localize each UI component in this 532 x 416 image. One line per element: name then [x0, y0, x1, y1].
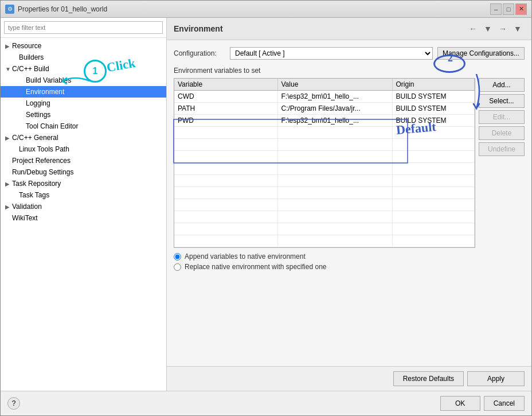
- cell-origin: BUILD SYSTEM: [392, 103, 475, 115]
- table-row-empty: [174, 235, 475, 247]
- table-row-empty: [174, 175, 475, 187]
- expand-arrow: ▼: [5, 66, 12, 72]
- tree-area: ▶ Resource Builders ▼ C/C++ Build Build …: [1, 38, 166, 391]
- search-input[interactable]: [4, 21, 163, 34]
- sidebar-item-tool-chain-editor[interactable]: Tool Chain Editor: [1, 120, 166, 132]
- main-content: ▶ Resource Builders ▼ C/C++ Build Build …: [1, 18, 531, 391]
- nav-buttons: ← ▼ → ▼: [466, 22, 525, 35]
- cell-variable: PATH: [174, 103, 277, 115]
- radio-append-label[interactable]: Append variables to native environment: [185, 252, 306, 261]
- forward-dropdown[interactable]: ▼: [511, 22, 525, 35]
- sidebar-item-resource[interactable]: ▶ Resource: [1, 40, 166, 52]
- sidebar-item-wikitext[interactable]: WikiText: [1, 212, 166, 224]
- sidebar-item-validation[interactable]: ▶ Validation: [1, 201, 166, 212]
- env-and-buttons: Variable Value Origin CWD F:\esp32_bm\01…: [174, 78, 525, 248]
- table-row-empty: [174, 151, 475, 163]
- sidebar-item-builders[interactable]: Builders: [1, 52, 166, 63]
- sidebar-item-label: Builders: [19, 53, 166, 61]
- help-button[interactable]: ?: [7, 397, 20, 410]
- maximize-button[interactable]: □: [503, 3, 514, 15]
- back-dropdown[interactable]: ▼: [481, 22, 495, 35]
- sidebar-item-logging[interactable]: Logging: [1, 98, 166, 109]
- col-header-value: Value: [277, 79, 392, 91]
- sidebar-item-build-variables[interactable]: Build Variables: [1, 75, 166, 86]
- sidebar-item-environment[interactable]: Environment: [1, 86, 166, 98]
- sidebar-item-label: Task Repository: [12, 180, 166, 188]
- forward-button[interactable]: →: [496, 22, 510, 35]
- sidebar: ▶ Resource Builders ▼ C/C++ Build Build …: [1, 18, 167, 391]
- radio-replace-label[interactable]: Replace native environment with specifie…: [185, 263, 326, 271]
- expand-arrow: ▶: [5, 135, 12, 141]
- table-row-empty: [174, 199, 475, 211]
- config-select[interactable]: Default [ Active ]: [230, 47, 433, 60]
- table-row[interactable]: CWD F:\esp32_bm\01_hello_... BUILD SYSTE…: [174, 91, 475, 103]
- sidebar-item-linux-tools-path[interactable]: Linux Tools Path: [1, 143, 166, 155]
- col-header-origin: Origin: [392, 79, 475, 91]
- col-header-variable: Variable: [174, 79, 277, 91]
- close-button[interactable]: ✕: [515, 3, 527, 15]
- cell-origin: BUILD SYSTEM: [392, 115, 475, 127]
- expand-arrow: ▶: [5, 181, 12, 187]
- panel-body: Configuration: Default [ Active ] Manage…: [167, 40, 531, 366]
- table-row-empty: [174, 139, 475, 151]
- right-panel: Environment ← ▼ → ▼ Configuration: Defau…: [167, 18, 531, 391]
- radio-row-2: Replace native environment with specifie…: [174, 263, 525, 271]
- ok-button[interactable]: OK: [440, 396, 480, 411]
- sidebar-item-run-debug-settings[interactable]: Run/Debug Settings: [1, 166, 166, 178]
- select-button[interactable]: Select...: [479, 94, 525, 108]
- sidebar-item-label: Run/Debug Settings: [12, 168, 166, 176]
- window-controls: – □ ✕: [490, 3, 527, 15]
- radio-append[interactable]: [174, 253, 181, 261]
- sidebar-item-label: Validation: [12, 203, 166, 211]
- sidebar-item-label: Logging: [26, 99, 166, 107]
- table-row-empty: [174, 127, 475, 139]
- edit-button[interactable]: Edit...: [479, 110, 525, 124]
- add-button[interactable]: Add...: [479, 78, 525, 92]
- sidebar-item-project-references[interactable]: Project References: [1, 155, 166, 166]
- sidebar-item-task-repository[interactable]: ▶ Task Repository: [1, 178, 166, 189]
- window-title: Properties for 01_hello_world: [18, 5, 107, 13]
- sidebar-item-label: C/C++ General: [12, 134, 166, 142]
- table-row[interactable]: PWD F:\esp32_bm\01_hello_... BUILD SYSTE…: [174, 115, 475, 127]
- undefine-button[interactable]: Undefine: [479, 142, 525, 156]
- sidebar-item-label: Project References: [12, 157, 166, 165]
- env-section-label: Environment variables to set: [174, 67, 525, 75]
- env-table: Variable Value Origin CWD F:\esp32_bm\01…: [174, 79, 475, 247]
- env-table-container: Variable Value Origin CWD F:\esp32_bm\01…: [174, 78, 475, 248]
- sidebar-item-label: Task Tags: [19, 191, 166, 199]
- table-row-empty: [174, 211, 475, 223]
- minimize-button[interactable]: –: [490, 3, 502, 15]
- cell-value: F:\esp32_bm\01_hello_...: [277, 115, 392, 127]
- expand-arrow: ▶: [5, 43, 12, 49]
- back-button[interactable]: ←: [466, 22, 480, 35]
- sidebar-item-label: Settings: [26, 111, 166, 119]
- table-row-empty: [174, 223, 475, 235]
- apply-button[interactable]: Apply: [467, 371, 525, 386]
- table-row-empty: [174, 187, 475, 199]
- table-action-buttons: Add... Select... Edit... Delete Undefine: [475, 78, 525, 248]
- sidebar-item-ccpp-general[interactable]: ▶ C/C++ General: [1, 132, 166, 143]
- cell-value: F:\esp32_bm\01_hello_...: [277, 91, 392, 103]
- table-row[interactable]: PATH C:/Program Files/Java/jr... BUILD S…: [174, 103, 475, 115]
- radio-row-1: Append variables to native environment: [174, 252, 525, 261]
- app-icon: ⚙: [5, 5, 14, 14]
- panel-title: Environment: [174, 24, 223, 33]
- dialog-footer-buttons: OK Cancel: [440, 396, 525, 411]
- sidebar-item-settings[interactable]: Settings: [1, 109, 166, 120]
- sidebar-item-task-tags[interactable]: Task Tags: [1, 189, 166, 201]
- search-box: [1, 18, 166, 38]
- restore-defaults-button[interactable]: Restore Defaults: [393, 371, 464, 386]
- cell-variable: PWD: [174, 115, 277, 127]
- config-row: Configuration: Default [ Active ] Manage…: [174, 47, 525, 60]
- cell-value: C:/Program Files/Java/jr...: [277, 103, 392, 115]
- config-label: Configuration:: [174, 49, 225, 57]
- sidebar-item-label: WikiText: [12, 214, 166, 222]
- bottom-action-bar: Restore Defaults Apply: [167, 366, 531, 391]
- delete-button[interactable]: Delete: [479, 126, 525, 140]
- sidebar-item-ccpp-build[interactable]: ▼ C/C++ Build: [1, 63, 166, 75]
- radio-replace[interactable]: [174, 263, 181, 271]
- manage-configurations-button[interactable]: Manage Configurations...: [437, 47, 525, 60]
- cancel-button[interactable]: Cancel: [484, 396, 525, 411]
- title-bar: ⚙ Properties for 01_hello_world – □ ✕: [1, 1, 531, 18]
- sidebar-item-label: Resource: [12, 42, 166, 50]
